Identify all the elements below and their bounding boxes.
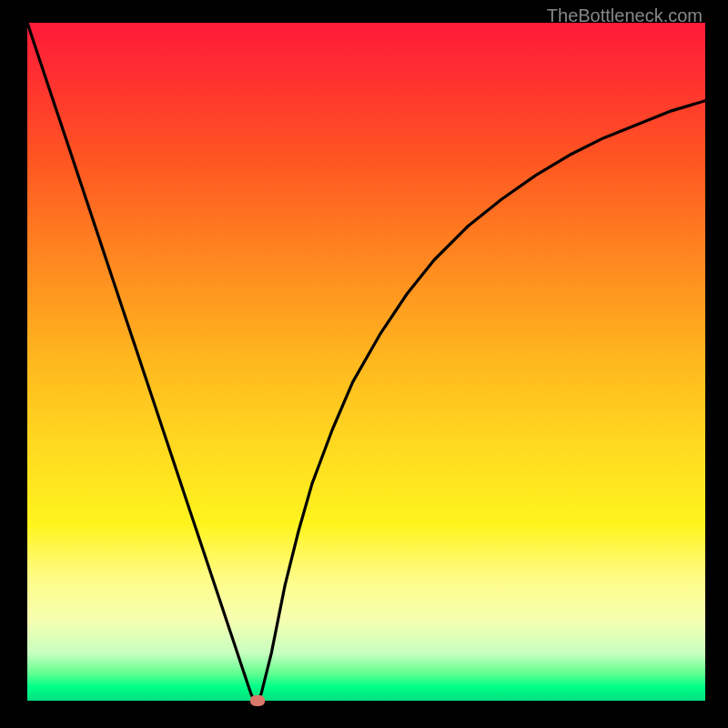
- chart-container: TheBottleneck.com: [0, 0, 728, 728]
- plot-area: [27, 23, 705, 701]
- bottleneck-curve: [27, 23, 705, 701]
- watermark-text: TheBottleneck.com: [547, 5, 703, 26]
- optimal-point-marker: [250, 695, 265, 706]
